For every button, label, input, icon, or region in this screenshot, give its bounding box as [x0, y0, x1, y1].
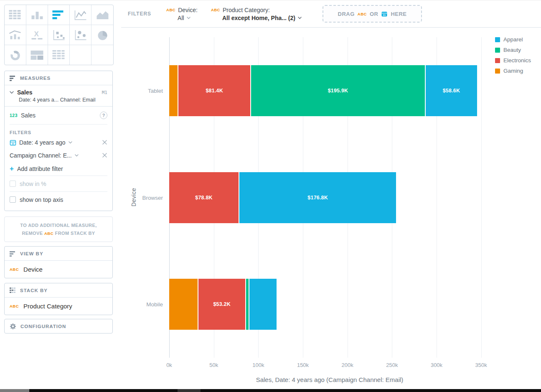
bar-segment-electronics-mobile[interactable]: $53.2K: [198, 279, 246, 330]
bar-segment-apparel-tablet[interactable]: $58.6K: [426, 65, 478, 116]
bar-segment-gaming-tablet[interactable]: [169, 65, 178, 116]
measure-item-sales[interactable]: Sales M1 Date: 4 years a... Channel: Ema…: [5, 85, 112, 107]
svg-text:31: 31: [383, 14, 386, 16]
viz-type-donut-chart[interactable]: [5, 45, 26, 65]
legend-item-gaming[interactable]: Gaming: [495, 66, 531, 76]
chevron-down-icon: [75, 154, 79, 157]
help-icon[interactable]: ?: [100, 112, 107, 119]
visualization-picker: X: [4, 5, 114, 65]
viz-type-empty-cell: [91, 45, 113, 65]
configuration-panel[interactable]: CONFIGURATION: [4, 319, 113, 333]
bar-segment-beauty-tablet[interactable]: $195.9K: [251, 65, 426, 116]
remove-attribute-filter-icon[interactable]: [102, 153, 107, 158]
filter-chip-device[interactable]: ABC Device: All: [166, 7, 198, 21]
legend-swatch: [495, 48, 500, 53]
x-tick-label: 0k: [166, 362, 172, 368]
bar-data-label: $53.2K: [213, 301, 231, 307]
dropzone-word-or: OR: [370, 11, 378, 17]
numeric-field-icon: 123: [10, 113, 18, 118]
viz-type-table[interactable]: [5, 5, 26, 25]
bar-segment-apparel-mobile[interactable]: [249, 279, 277, 330]
scatter-plot-icon: [52, 29, 66, 41]
viz-type-combo-chart[interactable]: [5, 25, 26, 45]
measure-subtitle: Date: 4 years a... Channel: Email: [19, 97, 107, 103]
viz-type-empty-cell: [70, 45, 91, 65]
stack-by-header: STACK BY: [5, 283, 112, 298]
show-on-top-axis-label: show on top axis: [20, 196, 63, 203]
show-on-top-axis-checkbox[interactable]: [10, 196, 16, 203]
add-attribute-filter-button[interactable]: + Add attribute filter: [10, 162, 107, 176]
view-by-item-device[interactable]: ABC Device: [5, 261, 112, 278]
configuration-header[interactable]: CONFIGURATION: [5, 319, 112, 333]
show-on-top-axis-row[interactable]: show on top axis: [10, 192, 107, 207]
bar-segment-gaming-mobile[interactable]: [169, 279, 198, 330]
bar-segment-apparel-browser[interactable]: $176.8K: [239, 172, 397, 223]
plot-area: $81.4K$195.9K$58.6K$78.8K$176.8K$53.2K: [169, 37, 490, 358]
viz-type-treemap[interactable]: [26, 45, 48, 65]
legend-item-beauty[interactable]: Beauty: [495, 45, 531, 55]
measures-panel: MEASURES Sales M1 Date: 4 years a... Cha…: [4, 71, 113, 211]
bar-data-label: $195.9K: [328, 88, 348, 94]
stack-by-item-product-category[interactable]: ABC Product Category: [5, 298, 112, 315]
view-by-item-label: Device: [23, 266, 43, 273]
date-filter[interactable]: 31 Date: 4 years ago: [10, 136, 107, 149]
legend-item-electronics[interactable]: Electronics: [495, 55, 531, 66]
chevron-down-icon: [187, 17, 190, 19]
legend-swatch: [495, 58, 500, 63]
attribute-tag-icon: ABC: [358, 12, 367, 16]
svg-text:X: X: [34, 30, 39, 38]
viz-type-scatter-plot[interactable]: [48, 25, 70, 45]
measure-field-name: Sales: [21, 112, 36, 119]
viz-type-area-chart[interactable]: [91, 5, 113, 25]
analytical-designer: X MEASURES Sales M1 Date: 4 years a... C…: [0, 0, 541, 392]
viz-type-column-chart[interactable]: [26, 5, 48, 25]
bar-segment-electronics-tablet[interactable]: $81.4K: [178, 65, 251, 116]
bubble-chart-icon: [74, 29, 87, 41]
viz-type-line-chart[interactable]: [70, 5, 91, 25]
column-chart-icon: [30, 9, 44, 21]
filter-chip-product-category[interactable]: ABC Product Category: All except Home, P…: [211, 7, 302, 21]
viz-type-heatmap[interactable]: [48, 45, 70, 65]
viz-type-headline[interactable]: X: [26, 25, 48, 45]
filter-drop-zone[interactable]: DRAG ABC OR 31 HERE: [323, 5, 422, 23]
chevron-down-icon: [69, 141, 72, 144]
bar-segment-electronics-browser[interactable]: $78.8K: [169, 172, 239, 223]
calendar-icon: 31: [381, 10, 388, 17]
attribute-tag-icon: ABC: [10, 267, 19, 272]
measure-tag: M1: [102, 90, 107, 95]
viz-type-pie-chart[interactable]: [91, 25, 113, 45]
x-tick-label: 50k: [209, 362, 218, 368]
legend-item-apparel[interactable]: Apparel: [495, 34, 531, 45]
viz-type-bubble-chart[interactable]: [70, 25, 91, 45]
filters-bar-label: FILTERS: [128, 11, 151, 17]
line-chart-icon: [74, 9, 87, 21]
heatmap-icon: [52, 49, 66, 61]
y-category-label: Browser: [121, 194, 163, 201]
filter-product-category-name: Product Category:: [223, 7, 270, 13]
attribute-filter[interactable]: Campaign Channel: E...: [10, 149, 107, 162]
chevron-down-icon[interactable]: [10, 91, 14, 94]
svg-text:31: 31: [12, 142, 14, 145]
show-in-percent-checkbox: [10, 181, 16, 187]
bar-data-label: $176.8K: [307, 195, 328, 201]
bar-segment-beauty-mobile[interactable]: [246, 279, 250, 330]
bar-row-tablet: $81.4K$195.9K$58.6K: [169, 65, 490, 116]
viz-type-bar-chart[interactable]: [48, 5, 70, 25]
x-axis-title: Sales, Date: 4 years ago (Campaign Chann…: [169, 376, 490, 383]
legend-label: Gaming: [503, 68, 523, 74]
x-tick-label: 300k: [431, 362, 442, 368]
attribute-filter-label: Campaign Channel: E...: [10, 152, 72, 159]
date-filter-label: Date: 4 years ago: [19, 139, 66, 146]
dropzone-word-drag: DRAG: [338, 11, 355, 17]
bar-data-label: $81.4K: [206, 88, 223, 94]
view-by-title: VIEW BY: [20, 251, 43, 256]
gear-icon: [10, 323, 16, 330]
measure-filters-label: FILTERS: [10, 130, 107, 135]
stack-by-panel: STACK BY ABC Product Category: [4, 283, 113, 315]
note-line2-post: FROM STACK BY: [55, 231, 95, 236]
x-axis-ticks: 0k50k100k150k200k250k300k350k: [169, 362, 490, 369]
stack-by-item-label: Product Category: [23, 303, 72, 310]
bar-data-label: $58.6K: [443, 88, 460, 94]
remove-date-filter-icon[interactable]: [102, 140, 107, 145]
add-measure-note: TO ADD ADDITIONAL MEASURE, REMOVE ABC FR…: [4, 216, 113, 242]
